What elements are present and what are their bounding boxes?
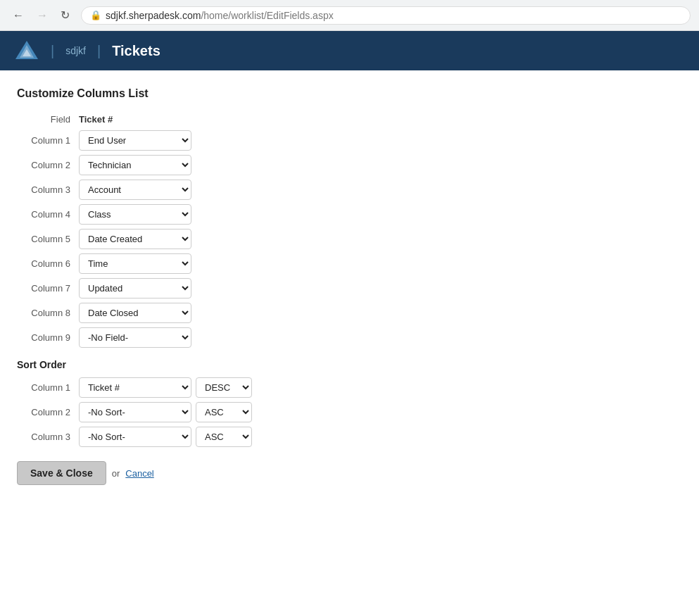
or-text: or bbox=[112, 468, 120, 479]
page-title: Customize Columns List bbox=[17, 87, 682, 100]
columns-section: Column 1End UserTechnicianAccountClassDa… bbox=[17, 130, 682, 348]
sort-label-1: Column 1 bbox=[17, 382, 79, 393]
column-label-4: Column 4 bbox=[17, 209, 79, 220]
column-row-2: Column 2End UserTechnicianAccountClassDa… bbox=[17, 155, 682, 175]
field-label: Field bbox=[17, 114, 79, 125]
column-label-7: Column 7 bbox=[17, 283, 79, 294]
column-select-2[interactable]: End UserTechnicianAccountClassDate Creat… bbox=[79, 155, 191, 175]
header-org: sdjkf bbox=[65, 45, 86, 56]
field-value: Ticket # bbox=[79, 114, 113, 125]
column-row-6: Column 6End UserTechnicianAccountClassDa… bbox=[17, 253, 682, 274]
column-select-4[interactable]: End UserTechnicianAccountClassDate Creat… bbox=[79, 204, 191, 225]
column-label-2: Column 2 bbox=[17, 160, 79, 170]
column-label-5: Column 5 bbox=[17, 234, 79, 244]
column-label-1: Column 1 bbox=[17, 135, 79, 146]
column-label-6: Column 6 bbox=[17, 258, 79, 269]
sort-row-3: Column 3Ticket #-No Sort-End UserTechnic… bbox=[17, 427, 682, 447]
sort-order-header: Sort Order bbox=[17, 359, 682, 370]
column-row-8: Column 8End UserTechnicianAccountClassDa… bbox=[17, 303, 682, 323]
sort-dir-select-1[interactable]: DESCASC bbox=[196, 377, 252, 398]
field-header-row: Field Ticket # bbox=[17, 114, 682, 125]
column-row-1: Column 1End UserTechnicianAccountClassDa… bbox=[17, 130, 682, 151]
app-logo-icon bbox=[14, 38, 39, 63]
header-title: Tickets bbox=[112, 43, 160, 59]
action-row: Save & Close or Cancel bbox=[17, 461, 682, 485]
column-row-7: Column 7End UserTechnicianAccountClassDa… bbox=[17, 278, 682, 298]
column-select-6[interactable]: End UserTechnicianAccountClassDate Creat… bbox=[79, 253, 191, 274]
back-button[interactable]: ← bbox=[8, 8, 28, 23]
column-label-8: Column 8 bbox=[17, 308, 79, 318]
column-select-5[interactable]: End UserTechnicianAccountClassDate Creat… bbox=[79, 229, 191, 249]
save-close-button[interactable]: Save & Close bbox=[17, 461, 106, 485]
sort-field-select-2[interactable]: Ticket #-No Sort-End UserTechnicianAccou… bbox=[79, 402, 191, 422]
column-select-3[interactable]: End UserTechnicianAccountClassDate Creat… bbox=[79, 180, 191, 200]
reload-button[interactable]: ↻ bbox=[56, 7, 74, 23]
sort-field-select-1[interactable]: Ticket #-No Sort-End UserTechnicianAccou… bbox=[79, 377, 191, 398]
sort-dir-select-2[interactable]: DESCASC bbox=[196, 402, 252, 422]
sort-row-2: Column 2Ticket #-No Sort-End UserTechnic… bbox=[17, 402, 682, 422]
main-content: Customize Columns List Field Ticket # Co… bbox=[0, 70, 699, 502]
column-row-5: Column 5End UserTechnicianAccountClassDa… bbox=[17, 229, 682, 249]
sort-section: Column 1Ticket #-No Sort-End UserTechnic… bbox=[17, 377, 682, 447]
sort-row-1: Column 1Ticket #-No Sort-End UserTechnic… bbox=[17, 377, 682, 398]
app-header: | sdjkf | Tickets bbox=[0, 31, 699, 70]
column-select-7[interactable]: End UserTechnicianAccountClassDate Creat… bbox=[79, 278, 191, 298]
sort-label-2: Column 2 bbox=[17, 407, 79, 417]
cancel-button[interactable]: Cancel bbox=[125, 468, 153, 479]
column-row-9: Column 9End UserTechnicianAccountClassDa… bbox=[17, 327, 682, 348]
column-row-3: Column 3End UserTechnicianAccountClassDa… bbox=[17, 180, 682, 200]
address-bar[interactable]: 🔒 sdjkf.sherpadesk.com/home/worklist/Edi… bbox=[81, 6, 691, 25]
column-select-8[interactable]: End UserTechnicianAccountClassDate Creat… bbox=[79, 303, 191, 323]
url-text: sdjkf.sherpadesk.com/home/worklist/EditF… bbox=[106, 10, 334, 21]
sort-field-select-3[interactable]: Ticket #-No Sort-End UserTechnicianAccou… bbox=[79, 427, 191, 447]
column-label-9: Column 9 bbox=[17, 332, 79, 343]
sort-label-3: Column 3 bbox=[17, 432, 79, 442]
browser-bar: ← → ↻ 🔒 sdjkf.sherpadesk.com/home/workli… bbox=[0, 0, 699, 31]
header-divider: | bbox=[51, 43, 54, 59]
column-select-1[interactable]: End UserTechnicianAccountClassDate Creat… bbox=[79, 130, 191, 151]
header-divider2: | bbox=[97, 43, 101, 59]
sort-dir-select-3[interactable]: DESCASC bbox=[196, 427, 252, 447]
forward-button[interactable]: → bbox=[32, 8, 52, 23]
lock-icon: 🔒 bbox=[90, 10, 101, 20]
column-row-4: Column 4End UserTechnicianAccountClassDa… bbox=[17, 204, 682, 225]
column-label-3: Column 3 bbox=[17, 184, 79, 195]
column-select-9[interactable]: End UserTechnicianAccountClassDate Creat… bbox=[79, 327, 191, 348]
